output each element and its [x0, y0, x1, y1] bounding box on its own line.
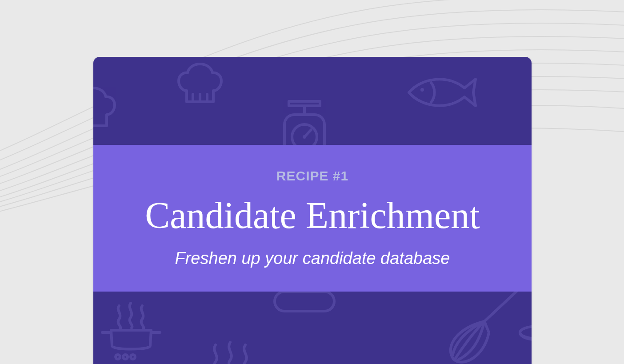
- svg-line-9: [484, 290, 518, 321]
- chef-hat-partial-icon: [93, 84, 120, 132]
- fish-icon: [404, 70, 480, 115]
- chef-hat-icon: [173, 60, 227, 108]
- title-band: RECIPE #1 Candidate Enrichment Freshen u…: [93, 145, 532, 292]
- steam-icon: [204, 341, 258, 364]
- cutting-board-icon: [271, 288, 338, 315]
- pot-steam-icon: [98, 297, 164, 364]
- recipe-label: RECIPE #1: [276, 168, 348, 184]
- recipe-title: Candidate Enrichment: [145, 196, 480, 235]
- svg-rect-17: [275, 292, 334, 311]
- svg-point-14: [116, 355, 120, 359]
- svg-point-7: [303, 135, 306, 139]
- recipe-subtitle: Freshen up your candidate database: [175, 249, 450, 268]
- svg-point-16: [131, 355, 135, 359]
- svg-point-15: [123, 355, 128, 359]
- recipe-card: RECIPE #1 Candidate Enrichment Freshen u…: [93, 57, 532, 364]
- svg-point-8: [420, 88, 424, 92]
- pan-icon: [516, 292, 532, 350]
- whisk-icon: [431, 288, 520, 364]
